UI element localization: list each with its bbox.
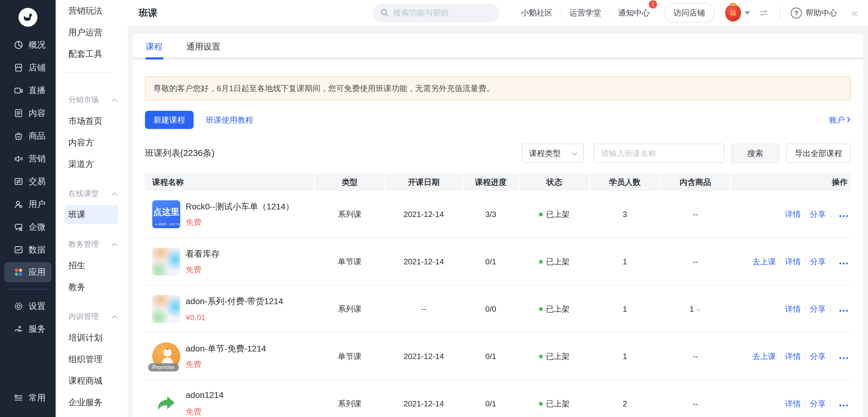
notification-badge: 1 [649, 0, 657, 8]
menu-item-content-provider[interactable]: 内容方 [56, 132, 128, 153]
more-actions-icon[interactable] [839, 357, 848, 359]
course-thumbnail[interactable] [152, 248, 180, 276]
col-start-date: 开课日期 [385, 173, 462, 191]
go-class-link[interactable]: 去上课 [752, 257, 776, 266]
student-count: 1 [590, 238, 660, 285]
duck-logo-icon [22, 11, 34, 23]
course-thumbnail[interactable]: Promoter [152, 342, 180, 370]
course-title[interactable]: 看看库存 [186, 248, 220, 260]
menu-section-distribution[interactable]: 分销市场 [56, 89, 128, 110]
sidebar-item-label: 常用 [29, 392, 45, 404]
menu-item-channel-provider[interactable]: 渠道方 [56, 153, 128, 175]
detail-link[interactable]: 详情 [785, 257, 801, 266]
status-badge: 已上架 [539, 304, 569, 314]
global-search-input[interactable] [393, 8, 496, 18]
menu-section-online-class[interactable]: 在线课堂 [56, 183, 128, 204]
sidebar-item-settings[interactable]: 设置 [0, 295, 56, 317]
academy-link[interactable]: 运营学堂 [569, 8, 601, 18]
share-link[interactable]: 分享 [810, 210, 826, 219]
detail-link[interactable]: 详情 [785, 210, 801, 219]
share-link[interactable]: 分享 [810, 399, 826, 408]
sidebar-item-frequent[interactable]: 常用 [0, 386, 56, 409]
menu-item-enrollment[interactable]: 招生 [56, 255, 128, 276]
detail-link[interactable]: 详情 [785, 399, 801, 408]
sidebar-item-shop[interactable]: 店铺 [0, 56, 56, 79]
sidebar-item-users[interactable]: 用户 [0, 193, 56, 215]
course-date: -- [385, 285, 462, 333]
share-link[interactable]: 分享 [810, 304, 826, 314]
menu-item-org-management[interactable]: 组织管理 [56, 348, 128, 370]
course-price: 免费 [186, 217, 294, 228]
global-search[interactable] [373, 4, 499, 23]
sidebar-item-content[interactable]: 内容 [0, 102, 56, 125]
menu-item-marketing-play[interactable]: 营销玩法 [56, 0, 128, 22]
secondary-sidebar: 营销玩法 用户运营 配套工具 分销市场 市场首页 内容方 渠道方 在线课堂 班课… [56, 0, 128, 417]
help-center-link[interactable]: ? 帮助中心 [791, 8, 837, 19]
go-class-link[interactable]: 去上课 [752, 352, 776, 361]
share-link[interactable]: 分享 [810, 352, 826, 361]
sidebar-item-service[interactable]: 服务 [0, 317, 56, 340]
tab-general-settings[interactable]: 通用设置 [186, 41, 220, 53]
status-dot [539, 354, 543, 358]
sidebar-item-apps[interactable]: 应用 [4, 262, 51, 282]
table-row: adon1214 免费 系列课 2021-12-14 0/1 已上架 2 -- [145, 380, 851, 417]
status-badge: 已上架 [539, 351, 569, 362]
more-actions-icon[interactable] [839, 404, 848, 407]
more-actions-icon[interactable] [839, 262, 848, 265]
sidebar-item-label: 数据 [29, 244, 45, 255]
menu-section-internal-training[interactable]: 内训管理 [56, 306, 128, 327]
sidebar-item-wecom[interactable]: 企微 [0, 215, 56, 238]
community-link[interactable]: 小鹅社区 [521, 8, 553, 18]
detail-link[interactable]: 详情 [785, 304, 801, 314]
export-button[interactable]: 导出全部课程 [786, 144, 851, 163]
course-thumbnail[interactable] [152, 390, 180, 417]
menu-item-market-home[interactable]: 市场首页 [56, 110, 128, 132]
switch-account-icon[interactable] [758, 7, 770, 19]
tutorial-link[interactable]: 班课使用教程 [206, 115, 253, 125]
sidebar-item-overview[interactable]: 概况 [0, 33, 56, 56]
detail-link[interactable]: 详情 [785, 352, 801, 361]
menu-item-training-plan[interactable]: 培训计划 [56, 327, 128, 348]
new-course-button[interactable]: 新建课程 [145, 111, 194, 129]
notifications-link[interactable]: 通知中心 [618, 8, 650, 17]
menu-item-course-mall[interactable]: 课程商城 [56, 370, 128, 391]
collapse-icon[interactable]: « [851, 7, 858, 19]
goods-expand[interactable]: 1 [690, 304, 701, 314]
course-thumbnail[interactable]: 点这里 ≫ 请稍等，正在下发链接 ≪ [152, 200, 180, 228]
course-title[interactable]: adon-单节-免费-1214 [186, 343, 266, 354]
course-title[interactable]: adon-系列-付费-带货1214 [186, 296, 283, 307]
menu-item-tools[interactable]: 配套工具 [56, 43, 128, 65]
sidebar-item-data[interactable]: 数据 [0, 238, 56, 261]
sidebar-item-live[interactable]: 直播 [0, 79, 56, 102]
menu-item-academic-affairs[interactable]: 教务 [56, 276, 128, 298]
more-actions-icon[interactable] [839, 310, 848, 312]
sidebar-item-goods[interactable]: 商品 [0, 125, 56, 147]
menu-item-banke[interactable]: 班课 [64, 205, 118, 224]
account-link[interactable]: 账户 [829, 115, 851, 125]
course-type-select[interactable]: 课程类型 [522, 144, 584, 163]
col-goods: 内含商品 [660, 173, 731, 191]
sidebar-item-marketing[interactable]: 营销 [0, 147, 56, 170]
course-title[interactable]: adon1214 [186, 390, 224, 400]
course-title[interactable]: Rock0--测试小车单（1214） [186, 201, 294, 212]
course-name-input[interactable] [594, 144, 724, 163]
search-button[interactable]: 搜索 [731, 144, 780, 163]
menu-item-user-operation[interactable]: 用户运营 [56, 22, 128, 43]
caret-down-icon[interactable] [745, 11, 750, 15]
visit-shop-button[interactable]: 访问店铺 [664, 3, 715, 23]
sidebar-item-trade[interactable]: 交易 [0, 170, 56, 193]
tab-course[interactable]: 课程 [146, 41, 163, 53]
share-link[interactable]: 分享 [810, 257, 826, 266]
course-thumbnail[interactable] [152, 295, 180, 323]
more-actions-icon[interactable] [839, 215, 848, 217]
menu-item-enterprise-service[interactable]: 企业服务 [56, 391, 128, 413]
course-price: 免费 [186, 359, 266, 370]
promoter-badge: Promoter [148, 363, 179, 372]
pie-chart-icon [13, 40, 24, 50]
toolbar: 新建课程 班课使用教程 账户 [145, 111, 851, 129]
search-icon [379, 8, 389, 19]
brand-logo[interactable] [19, 8, 37, 27]
menu-section-academic[interactable]: 教务管理 [56, 233, 128, 255]
content-area: 课程 通用设置 尊敬的客户您好，6月1日起至各地线下复课期间，您可免费使用班课功… [128, 26, 868, 417]
avatar[interactable]: 福 [725, 5, 741, 22]
